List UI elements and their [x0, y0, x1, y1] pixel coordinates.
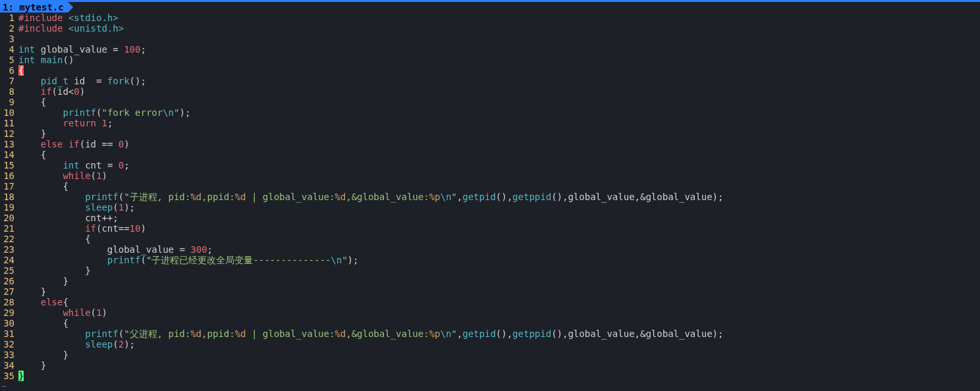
code-line: 25 }	[0, 265, 980, 276]
code-line: 30 {	[0, 318, 980, 328]
code-line: 35 }	[0, 371, 980, 381]
line-number: 3	[0, 34, 18, 44]
code-line: 6 {	[0, 65, 980, 76]
brace-match-open: {	[18, 65, 24, 76]
tab-bar: 1: mytest.c	[0, 2, 980, 13]
code-line: 8 if(id<0)	[0, 86, 980, 97]
line-number: 4	[0, 44, 18, 55]
code-line: 9 {	[0, 97, 980, 107]
code-line: 7 pid_t id = fork();	[0, 76, 980, 86]
brace-match-close: }	[18, 371, 24, 381]
line-number: 8	[0, 86, 18, 97]
line-number: 28	[0, 297, 18, 307]
code-line: 23 global_value = 300;	[0, 244, 980, 255]
line-number: 34	[0, 360, 18, 371]
code-line: 24 printf("子进程已经更改全局变量--------------\n")…	[0, 255, 980, 265]
code-line: 34 }	[0, 360, 980, 371]
line-number: 12	[0, 128, 18, 139]
line-number: 24	[0, 255, 18, 265]
code-line: 5 int main()	[0, 55, 980, 65]
code-line: 16 while(1)	[0, 170, 980, 181]
line-number: 19	[0, 202, 18, 213]
tab-label: 1: mytest.c	[3, 2, 64, 13]
line-number: 35	[0, 371, 18, 381]
code-line: 26 }	[0, 276, 980, 286]
code-line: 33 }	[0, 350, 980, 360]
code-line: 11 return 1;	[0, 118, 980, 128]
code-line: 2 #include <unistd.h>	[0, 23, 980, 34]
code-line: 1 #include <stdio.h>	[0, 13, 980, 23]
line-number: 20	[0, 213, 18, 223]
code-line: 18 printf("子进程, pid:%d,ppid:%d | global_…	[0, 192, 980, 202]
line-number: 2	[0, 23, 18, 34]
line-number: 16	[0, 170, 18, 181]
line-number: 1	[0, 13, 18, 23]
line-number: 9	[0, 97, 18, 107]
code-line: 31 printf("父进程, pid:%d,ppid:%d | global_…	[0, 328, 980, 339]
code-line: 22 {	[0, 234, 980, 244]
line-number: 15	[0, 160, 18, 170]
code-line: 12 }	[0, 128, 980, 139]
code-line: 14 {	[0, 149, 980, 160]
code-line: 21 if(cnt==10)	[0, 223, 980, 234]
line-number: 14	[0, 149, 18, 160]
empty-line-tilde: ~	[0, 381, 980, 391]
code-line: 20 cnt++;	[0, 213, 980, 223]
line-number: 32	[0, 339, 18, 350]
line-number: 22	[0, 234, 18, 244]
line-number: 18	[0, 192, 18, 202]
line-number: 31	[0, 328, 18, 339]
code-line: 17 {	[0, 181, 980, 192]
line-number: 13	[0, 139, 18, 149]
line-number: 23	[0, 244, 18, 255]
line-number: 17	[0, 181, 18, 192]
line-number: 25	[0, 265, 18, 276]
code-editor[interactable]: 1 #include <stdio.h> 2 #include <unistd.…	[0, 13, 980, 391]
code-line: 19 sleep(1);	[0, 202, 980, 213]
code-line: 4 int global_value = 100;	[0, 44, 980, 55]
line-number: 29	[0, 307, 18, 318]
code-line: 27 }	[0, 286, 980, 297]
line-number: 5	[0, 55, 18, 65]
tab-file[interactable]: 1: mytest.c	[0, 2, 68, 13]
line-number: 21	[0, 223, 18, 234]
line-number: 6	[0, 65, 18, 76]
line-number: 11	[0, 118, 18, 128]
code-line: 13 else if(id == 0)	[0, 139, 980, 149]
code-line: 28 else{	[0, 297, 980, 307]
line-number: 33	[0, 350, 18, 360]
code-line: 10 printf("fork error\n");	[0, 107, 980, 118]
code-line: 3	[0, 34, 980, 44]
code-line: 29 while(1)	[0, 307, 980, 318]
code-line: 15 int cnt = 0;	[0, 160, 980, 170]
code-line: 32 sleep(2);	[0, 339, 980, 350]
line-number: 30	[0, 318, 18, 328]
line-number: 27	[0, 286, 18, 297]
line-number: 7	[0, 76, 18, 86]
tilde-icon: ~	[0, 381, 7, 391]
line-number: 26	[0, 276, 18, 286]
line-number: 10	[0, 107, 18, 118]
